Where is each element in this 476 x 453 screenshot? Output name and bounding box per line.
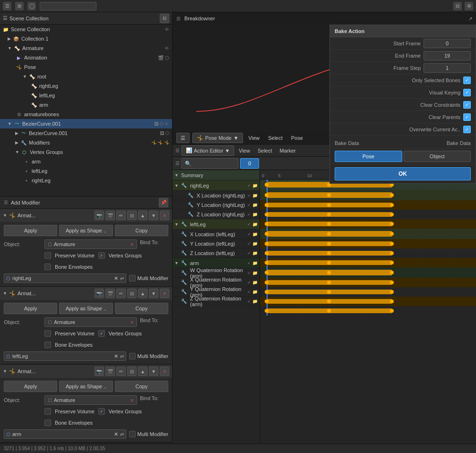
bake-visual-keying-cb[interactable] [463, 89, 471, 96]
mod-apply-shape-btn-3[interactable]: Apply as Shape .. [59, 381, 113, 392]
mod-down-btn-1[interactable]: ▼ [149, 211, 158, 220]
mod-preserve-cb-1[interactable] [44, 252, 51, 259]
mod-apply-btn-1[interactable]: Apply [4, 225, 57, 236]
mod-preserve-cb-3[interactable] [44, 408, 51, 415]
mod-close-btn-3[interactable]: ✕ [160, 367, 169, 376]
mod-triangle-2[interactable]: ▼ [3, 291, 7, 296]
mod-camera-btn-3[interactable]: 📷 [95, 367, 104, 376]
bake-pose-btn[interactable]: Pose [335, 151, 402, 162]
mod-render-btn-2[interactable]: 🎬 [105, 289, 115, 298]
bake-start-frame-input[interactable] [424, 39, 471, 48]
viewport-select-menu[interactable]: Select [265, 133, 286, 143]
tree-vg-leftleg[interactable]: • leftLeg [0, 166, 172, 176]
mod-vertex-swap-1[interactable]: ⇄ [120, 276, 124, 281]
tree-pose[interactable]: 🤸 Pose [0, 62, 172, 72]
ae-marker-menu[interactable]: Marker [277, 145, 299, 156]
global-search[interactable] [40, 2, 96, 10]
tree-vertex-groups[interactable]: ▼ ⬡ Vertex Groups [0, 147, 172, 157]
mod-bone-cb-3[interactable] [44, 419, 51, 426]
mod-filter-btn-2[interactable]: ⊟ [127, 289, 137, 298]
mod-edit-btn-1[interactable]: ✏ [116, 211, 126, 220]
mod-up-btn-3[interactable]: ▲ [138, 367, 147, 376]
eye-icon-2[interactable]: 👁 [164, 46, 169, 51]
mod-apply-shape-btn-1[interactable]: Apply as Shape .. [59, 225, 113, 236]
tree-armaturebones[interactable]: ⚙ armaturebones [0, 110, 172, 119]
mod-object-clear-3[interactable]: ✕ [130, 398, 134, 403]
mod-up-btn-2[interactable]: ▲ [138, 289, 147, 298]
viewport-pose-menu[interactable]: Pose [288, 133, 306, 143]
mod-filter-btn-1[interactable]: ⊟ [127, 211, 137, 220]
mod-vertex-clear-2[interactable]: ✕ [114, 353, 118, 359]
ae-select-menu[interactable]: Select [255, 145, 275, 156]
channel-y-rightleg[interactable]: 🔧 Y Location (rightLeg) ✓ 📁 [173, 200, 260, 210]
channel-leftleg[interactable]: ▼ 🔧 leftLeg ✓ 📁 [173, 219, 260, 230]
mod-apply-btn-2[interactable]: Apply [4, 303, 57, 314]
mod-render-btn-3[interactable]: 🎬 [105, 367, 115, 376]
mod-preserve-cb-2[interactable] [44, 330, 51, 337]
mod-triangle-3[interactable]: ▼ [3, 369, 7, 374]
mod-apply-shape-btn-2[interactable]: Apply as Shape .. [59, 303, 113, 314]
mod-vertex-groups-cb-1[interactable] [98, 252, 105, 259]
object-icon[interactable]: ◯ [27, 2, 36, 10]
ae-header-icon[interactable]: ☰ [175, 148, 180, 153]
channel-x-leftleg[interactable]: 🔧 X Location (leftLeg) ✓ 📁 [173, 230, 260, 239]
tree-arm[interactable]: 🦴 arm [0, 100, 172, 110]
tree-vg-arm[interactable]: • arm [0, 157, 172, 166]
mod-multi-cb-3[interactable] [129, 431, 136, 437]
channel-z-leftleg[interactable]: 🔧 Z Location (leftLeg) ✓ 📁 [173, 248, 260, 258]
mod-edit-btn-3[interactable]: ✏ [116, 367, 126, 376]
bake-frame-step-input[interactable] [424, 63, 471, 73]
mod-vertex-field-2[interactable]: ⬡ leftLeg ✕ ⇄ [4, 351, 126, 361]
mod-render-btn-1[interactable]: 🎬 [105, 211, 115, 220]
mod-triangle-1[interactable]: ▼ [3, 213, 7, 218]
mod-copy-btn-1[interactable]: Copy [115, 225, 168, 236]
ae-tab-action-editor[interactable]: 📊 Action Editor ▼ [182, 145, 234, 156]
mod-bone-cb-2[interactable] [44, 342, 51, 348]
filter-icon[interactable]: ⊟ [453, 2, 462, 10]
ae-search-input[interactable] [182, 158, 238, 169]
ae-frame-input[interactable] [240, 158, 259, 169]
channel-z-arm[interactable]: 🔧 Z Quaternion Rotation (arm) ✓ 📁 [173, 297, 260, 306]
mod-vertex-clear-3[interactable]: ✕ [114, 431, 118, 437]
layout-icon[interactable]: ⊞ [15, 2, 24, 10]
mod-close-btn-1[interactable]: ✕ [160, 211, 169, 220]
mod-copy-btn-3[interactable]: Copy [115, 381, 168, 392]
tree-armature[interactable]: ▼ 🦴 Armature 👁 [0, 43, 172, 53]
mod-vertex-field-1[interactable]: ⬡ rightLeg ✕ ⇄ [4, 274, 126, 283]
menu-icon[interactable]: ☰ [3, 2, 11, 10]
mod-close-btn-2[interactable]: ✕ [160, 289, 169, 298]
mod-apply-btn-3[interactable]: Apply [4, 381, 57, 392]
tree-beziercurve[interactable]: ▼ 〜 BezierCurve.001 🖼 ⬡ 👁 [0, 119, 172, 128]
channel-summary[interactable]: ▼ Summary [173, 170, 260, 180]
tree-vg-rightleg[interactable]: • rightLeg [0, 176, 172, 185]
mod-multi-cb-2[interactable] [129, 353, 136, 359]
tree-leftleg[interactable]: 🦴 leftLeg [0, 91, 172, 100]
ae-toolbar-icon[interactable]: ☰ [175, 161, 180, 166]
channel-z-rightleg[interactable]: 🔧 Z Location (rightLeg) ✓ 📁 [173, 210, 260, 219]
bake-clear-parents-cb[interactable] [463, 113, 471, 121]
mod-vertex-groups-cb-3[interactable] [98, 408, 105, 415]
mod-down-btn-3[interactable]: ▼ [149, 367, 158, 376]
channel-rightleg[interactable]: ▼ 🔧 rightLeg ✓ 📁 [173, 180, 260, 191]
bake-object-btn[interactable]: Object [404, 151, 471, 162]
keyframe-area[interactable]: 0 5 10 15 20 25 30 35 [260, 170, 476, 444]
bake-ok-button[interactable]: OK [335, 167, 471, 180]
mod-bone-cb-1[interactable] [44, 264, 51, 270]
mod-object-field-2[interactable]: ☐ Armature ✕ [44, 317, 137, 327]
panel-pin-icon[interactable]: 📌 [159, 198, 168, 207]
mod-up-btn-1[interactable]: ▲ [138, 211, 147, 220]
bake-overwrite-cb[interactable] [463, 126, 471, 133]
bake-clear-constraints-cb[interactable] [463, 101, 471, 109]
tree-root[interactable]: ▼ 🦴 root [0, 72, 172, 81]
mod-vertex-clear-1[interactable]: ✕ [114, 275, 118, 282]
mod-object-clear-2[interactable]: ✕ [130, 320, 134, 325]
mod-vertex-swap-2[interactable]: ⇄ [120, 354, 124, 359]
settings-icon[interactable]: ⚙ [465, 2, 473, 10]
tree-scene-collection[interactable]: 📁 Scene Collection 👁 [0, 25, 172, 34]
channel-y-leftleg[interactable]: 🔧 Y Location (leftLeg) ✓ 📁 [173, 239, 260, 248]
ae-view-menu[interactable]: View [236, 145, 253, 156]
tree-rightleg[interactable]: 🦴 rightLeg [0, 81, 172, 91]
viewport-pose-mode[interactable]: 🤸 Pose Mode ▼ [192, 133, 243, 143]
mod-multi-cb-1[interactable] [129, 275, 136, 282]
bake-only-selected-cb[interactable] [463, 77, 471, 84]
